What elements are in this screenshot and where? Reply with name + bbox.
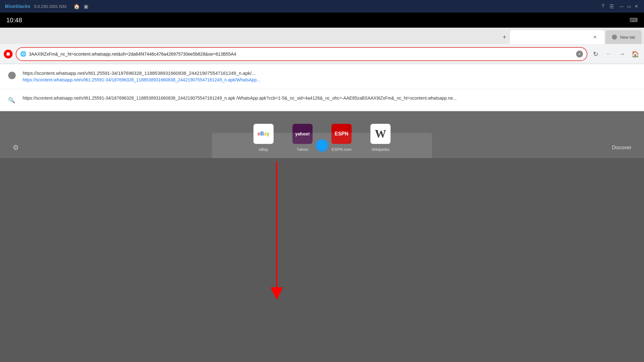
suggestion-search-icon: 🔍 — [8, 96, 16, 105]
suggestion-item-2[interactable]: 🔍 https://scontent.whatsapp.net/v/t61.25… — [0, 89, 644, 111]
keyboard-icon[interactable]: ⌨ — [630, 17, 638, 24]
svg-marker-1 — [270, 287, 283, 300]
discover-section: 🌐 — [212, 133, 432, 158]
addressbar-area: 🌐 3AAX9IZxFm&_nc_ht=scontent.whatsapp.ne… — [0, 44, 644, 64]
titlebar: BlueStacks 5.0.230.1001 N32 🏠 ▣ ? ☰ — ▭ … — [0, 0, 644, 13]
address-text: 3AAX9IZxFm&_nc_ht=scontent.whatsapp.net&… — [29, 52, 574, 57]
discover-button[interactable]: Discover — [612, 145, 631, 151]
window-controls: — ▭ ✕ — [619, 4, 639, 9]
globe-icon: 🌐 — [20, 51, 26, 57]
app-title: BlueStacks — [5, 4, 30, 9]
stop-button[interactable] — [4, 50, 13, 58]
discover-globe-icon[interactable]: 🌐 — [316, 139, 328, 152]
time-bar: 10:48 ⌨ — [0, 13, 644, 28]
refresh-button[interactable]: ↻ — [591, 49, 601, 59]
suggestion-item-1[interactable]: https://scontent.whatsapp.net/v/t61.2559… — [0, 64, 644, 89]
maximize-button[interactable]: ▭ — [626, 4, 631, 9]
suggestion-main-text-1: https://scontent.whatsapp.net/v/t61.2559… — [23, 70, 636, 76]
minimize-button[interactable]: — — [619, 4, 624, 9]
suggestions-dropdown: https://scontent.whatsapp.net/v/t61.2559… — [0, 64, 644, 111]
stop-icon — [7, 52, 10, 56]
clear-button[interactable]: × — [576, 51, 583, 58]
address-input-wrapper[interactable]: 🌐 3AAX9IZxFm&_nc_ht=scontent.whatsapp.ne… — [16, 47, 587, 61]
time-display: 10:48 — [6, 17, 22, 24]
tabs-bar: + ✕ New tab — [0, 28, 644, 44]
new-tab-right[interactable]: New tab — [606, 30, 641, 44]
search-icon: 🔍 — [8, 97, 16, 104]
menu-icon[interactable]: ☰ — [609, 3, 614, 9]
home-nav-button[interactable]: 🏠 — [630, 49, 640, 59]
content-area: eBay eBay yahoo! Yahoo ESPN ESPN.com W W… — [0, 111, 644, 158]
back-button[interactable]: ← — [604, 49, 614, 59]
titlebar-right: ? ☰ — ▭ ✕ — [602, 3, 639, 9]
suggestion-globe-icon — [8, 71, 16, 80]
suggestion-sub-text-1: https://scontent.whatsapp.net/v/t61.2559… — [23, 77, 636, 83]
home-icon[interactable]: 🏠 — [74, 3, 80, 9]
layers-icon[interactable]: ▣ — [83, 3, 89, 9]
help-icon[interactable]: ? — [602, 3, 604, 9]
new-tab-button[interactable]: + — [499, 31, 510, 43]
app-version: 5.0.230.1001 N32 — [34, 4, 66, 9]
new-tab-label: New tab — [620, 35, 635, 40]
forward-button[interactable]: → — [617, 49, 627, 59]
suggestion-search-text-2: https://scontent.whatsapp.net/v/t61.2559… — [23, 95, 636, 101]
close-window-button[interactable]: ✕ — [634, 4, 639, 9]
suggestion-content-1: https://scontent.whatsapp.net/v/t61.2559… — [23, 70, 636, 83]
tab-close-icon[interactable]: ✕ — [592, 34, 598, 40]
annotation-arrow — [270, 162, 283, 300]
settings-button[interactable]: ⚙ — [13, 144, 19, 152]
suggestion-content-2: https://scontent.whatsapp.net/v/t61.2559… — [23, 95, 636, 101]
titlebar-icons: 🏠 ▣ — [74, 3, 89, 9]
tab-favicon — [612, 35, 617, 40]
active-tab[interactable]: ✕ — [510, 30, 604, 44]
